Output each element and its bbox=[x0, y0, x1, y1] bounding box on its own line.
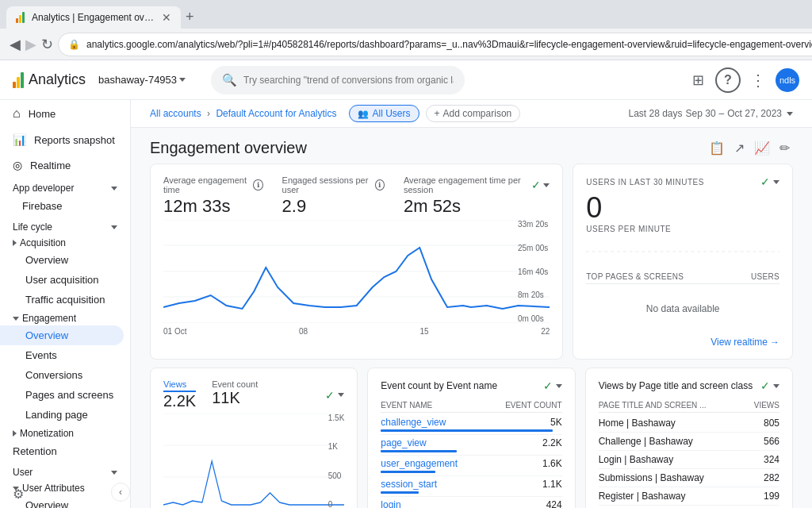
page-name[interactable]: Register | Bashaway bbox=[599, 491, 757, 502]
page-views: 566 bbox=[764, 436, 779, 447]
sidebar-section-engagement[interactable]: Engagement bbox=[0, 310, 130, 325]
top-pages-title: TOP PAGES & SCREENS bbox=[586, 272, 684, 281]
settings-button[interactable]: ⚙ bbox=[13, 487, 24, 502]
sidebar-item-firebase[interactable]: Firebase bbox=[0, 195, 130, 217]
engagement-chart: 33m 20s 25m 00s 16m 40s 8m 20s 0m 00s 01… bbox=[163, 220, 550, 323]
pages-table-body: Home | Bashaway 805 Challenge | Bashaway… bbox=[599, 414, 779, 508]
back-button[interactable]: ◀ bbox=[10, 33, 21, 56]
sidebar-collapse-button[interactable]: ‹ bbox=[111, 483, 130, 502]
event-dropdown[interactable] bbox=[556, 384, 562, 388]
sidebar-item-conversions[interactable]: Conversions bbox=[0, 365, 130, 385]
new-tab-button[interactable]: + bbox=[181, 9, 199, 25]
sidebar-item-traffic-acquisition[interactable]: Traffic acquisition bbox=[0, 290, 130, 310]
sidebar-item-reports[interactable]: 📊 Reports snapshot bbox=[0, 127, 130, 152]
event-count: 424 bbox=[546, 499, 562, 508]
pages-table-row: Challenge | Bashaway 566 bbox=[599, 433, 779, 451]
avg-time-info-icon[interactable]: ℹ bbox=[253, 179, 262, 190]
sidebar-home-label: Home bbox=[29, 108, 56, 120]
event-table-row: login 424 bbox=[381, 497, 561, 508]
page-name[interactable]: Challenge | Bashaway bbox=[599, 436, 757, 447]
sidebar-realtime-label: Realtime bbox=[30, 160, 71, 171]
date-start: Sep 30 bbox=[686, 108, 716, 119]
breadcrumb-default-account[interactable]: Default Account for Analytics bbox=[216, 108, 336, 119]
chart-type-button[interactable]: 📈 bbox=[751, 137, 773, 159]
sidebar-section-acquisition[interactable]: Acquisition bbox=[0, 234, 130, 250]
page-name[interactable]: Submissions | Bashaway bbox=[599, 472, 757, 483]
x-label-3: 22 bbox=[541, 327, 550, 336]
view-realtime-link[interactable]: View realtime → bbox=[586, 337, 779, 348]
event-table-row: page_view 2.2K bbox=[381, 435, 561, 456]
sidebar-item-eng-overview[interactable]: Overview bbox=[0, 325, 124, 345]
sidebar-section-lifecycle[interactable]: Life cycle bbox=[0, 217, 130, 234]
realtime-subtitle: USERS PER MINUTE bbox=[586, 225, 779, 233]
realtime-dropdown[interactable] bbox=[773, 180, 779, 184]
page-name[interactable]: Home | Bashaway bbox=[599, 418, 757, 429]
engagement-chart-svg bbox=[163, 220, 550, 323]
col-views: VIEWS bbox=[754, 401, 779, 410]
user-avatar[interactable]: ndls bbox=[776, 68, 799, 92]
address-bar[interactable]: 🔒 analytics.google.com/analytics/web/?pl… bbox=[58, 33, 812, 56]
sidebar-item-realtime[interactable]: ◎ Realtime bbox=[0, 152, 130, 178]
session-dropdown[interactable] bbox=[543, 183, 550, 187]
user-label: User bbox=[13, 467, 33, 478]
add-comparison-label: Add comparison bbox=[443, 108, 512, 119]
sidebar-item-events[interactable]: Events bbox=[0, 345, 130, 365]
tab-close-icon[interactable]: ✕ bbox=[162, 11, 171, 24]
sidebar-item-user-acquisition[interactable]: User acquisition bbox=[0, 270, 130, 290]
save-report-button[interactable]: 📋 bbox=[706, 137, 728, 159]
page-content: All accounts › Default Account for Analy… bbox=[131, 100, 812, 508]
pages-dropdown[interactable] bbox=[773, 384, 779, 388]
views-by-page-card: Views by Page title and screen class ✓ P… bbox=[585, 368, 793, 508]
sidebar-section-user[interactable]: User bbox=[0, 462, 130, 479]
search-bar[interactable]: 🔍 bbox=[211, 66, 465, 94]
add-comparison-button[interactable]: + Add comparison bbox=[426, 105, 521, 122]
sidebar-section-monetization[interactable]: Monetization bbox=[0, 425, 130, 441]
forward-button[interactable]: ▶ bbox=[25, 33, 36, 56]
eng-overview-label: Overview bbox=[25, 329, 68, 341]
more-options-button[interactable]: ⋮ bbox=[745, 67, 771, 93]
engaged-sessions-info-icon[interactable]: ℹ bbox=[375, 179, 385, 190]
sidebar-item-pages[interactable]: Pages and screens bbox=[0, 385, 130, 405]
all-users-filter[interactable]: 👥 All Users bbox=[349, 105, 419, 122]
event-bar bbox=[381, 429, 553, 432]
realtime-title: USERS IN LAST 30 MINUTES bbox=[586, 178, 704, 187]
sidebar-item-acq-overview[interactable]: Overview bbox=[0, 250, 130, 270]
tab-bar: Analytics | Engagement over... ✕ + bbox=[6, 0, 199, 29]
views-label: Views bbox=[163, 379, 196, 392]
views-value: 2.2K bbox=[163, 392, 196, 410]
check-icon: ✓ bbox=[531, 179, 541, 191]
event-count-label: Event count bbox=[212, 379, 258, 389]
chart-x-labels: 01 Oct 08 15 22 bbox=[163, 327, 550, 336]
event-count: 1.1K bbox=[542, 479, 562, 490]
breadcrumb-all-accounts[interactable]: All accounts bbox=[150, 108, 201, 119]
edit-button[interactable]: ✏ bbox=[776, 137, 793, 159]
app-layout: Analytics bashaway-74953 🔍 ⊞ ? ⋮ ndls ⌂ … bbox=[0, 60, 812, 508]
sidebar-item-home[interactable]: ⌂ Home bbox=[0, 100, 130, 127]
account-selector[interactable]: bashaway-74953 bbox=[92, 71, 192, 89]
date-range[interactable]: Last 28 days Sep 30 – Oct 27, 2023 bbox=[629, 108, 794, 119]
event-name: page_view bbox=[381, 437, 426, 448]
account-name: bashaway-74953 bbox=[98, 74, 177, 86]
user-attr-overview-label: Overview bbox=[25, 499, 68, 508]
user-acquisition-label: User acquisition bbox=[25, 274, 99, 286]
views-dropdown[interactable] bbox=[338, 393, 344, 397]
top-filter-bar: All accounts › Default Account for Analy… bbox=[131, 100, 812, 128]
engaged-sessions-label: Engaged sessions per user bbox=[282, 175, 373, 194]
realtime-card: USERS IN LAST 30 MINUTES ✓ 0 USERS PER M… bbox=[573, 164, 793, 360]
reload-button[interactable]: ↻ bbox=[41, 33, 53, 56]
page-name[interactable]: Login | Bashaway bbox=[599, 454, 757, 465]
share-button[interactable]: ↗ bbox=[731, 137, 748, 159]
pages-table-row: Login | Bashaway 324 bbox=[599, 451, 779, 469]
help-button[interactable]: ? bbox=[715, 67, 741, 93]
sidebar-section-app-developer[interactable]: App developer bbox=[0, 178, 130, 195]
apps-button[interactable]: ⊞ bbox=[685, 67, 710, 93]
search-input[interactable] bbox=[243, 75, 454, 86]
acquisition-expand-icon bbox=[13, 240, 17, 246]
sidebar-item-retention[interactable]: Retention bbox=[0, 441, 130, 462]
active-tab[interactable]: Analytics | Engagement over... ✕ bbox=[6, 6, 181, 29]
avg-engagement-metric: Average engagement time ℹ 12m 33s bbox=[163, 175, 263, 217]
sidebar-acquisition-label: Acquisition bbox=[20, 237, 66, 248]
browser-chrome: Analytics | Engagement over... ✕ + bbox=[0, 0, 812, 29]
x-label-2: 15 bbox=[420, 327, 429, 336]
sidebar-item-landing[interactable]: Landing page bbox=[0, 405, 130, 425]
